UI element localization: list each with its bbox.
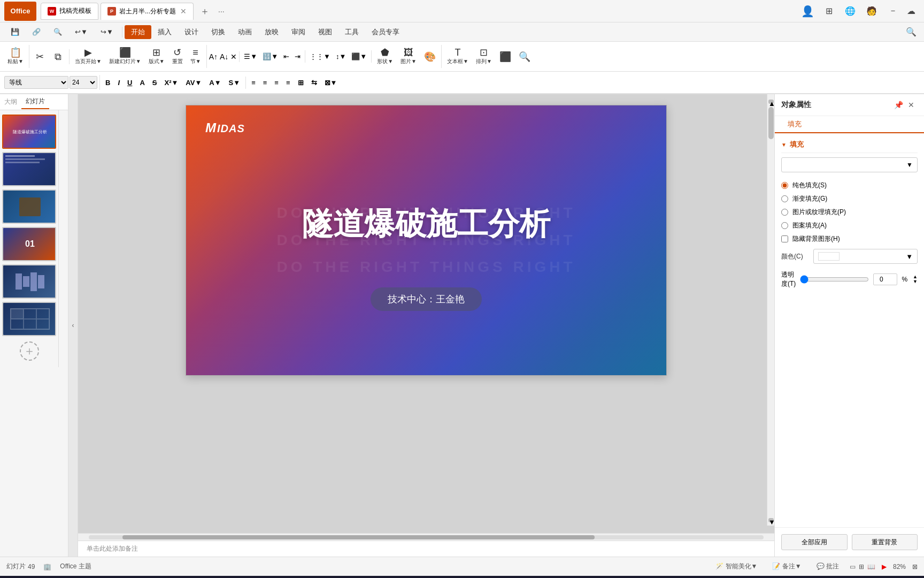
new-slide-button[interactable]: ⬛ 新建幻灯片▼ bbox=[106, 46, 144, 67]
bullet-list-icon[interactable]: ☰▼ bbox=[242, 51, 259, 62]
slide-thumb-1[interactable]: 隧道爆破施工分析 bbox=[2, 115, 56, 149]
text-dir-btn[interactable]: ⇆ bbox=[308, 78, 320, 88]
section-button[interactable]: ≡ 节▼ bbox=[187, 46, 204, 67]
more-tabs-button[interactable]: ··· bbox=[214, 5, 229, 18]
slide-main-title[interactable]: 隧道爆破施工分析 bbox=[302, 203, 550, 245]
decrease-font-icon[interactable]: A↓ bbox=[220, 52, 228, 61]
font-size-select[interactable]: 24 18 36 48 bbox=[70, 76, 97, 89]
select-button[interactable]: ⬛ bbox=[496, 50, 514, 63]
reset-bg-button[interactable]: 重置背景 bbox=[852, 534, 918, 550]
align-center-btn[interactable]: ≡ bbox=[260, 78, 271, 88]
reset-button[interactable]: ↺ 重置 bbox=[169, 46, 186, 67]
italic-button[interactable]: I bbox=[114, 78, 123, 88]
shadow-button[interactable]: S▼ bbox=[226, 78, 244, 88]
indent-icon[interactable]: ⬛▼ bbox=[349, 51, 369, 62]
cut-button[interactable]: ✂ bbox=[32, 50, 49, 63]
underline-button[interactable]: U bbox=[124, 78, 135, 88]
pin-button[interactable]: 📌 bbox=[892, 98, 905, 111]
image-button[interactable]: 🖼 图片▼ bbox=[397, 46, 420, 67]
menu-insert[interactable]: 插入 bbox=[151, 25, 178, 39]
notes-button[interactable]: 📝 备注▼ bbox=[768, 561, 805, 572]
opacity-input[interactable] bbox=[873, 273, 897, 285]
char-spacing-button[interactable]: AV▼ bbox=[182, 78, 205, 88]
justify-btn[interactable]: ≡ bbox=[283, 78, 294, 88]
col-btn[interactable]: ⊞ bbox=[295, 78, 307, 88]
slide-thumb-5[interactable] bbox=[2, 264, 56, 299]
minimize-button[interactable]: － bbox=[884, 4, 902, 19]
gradient-fill-option[interactable]: 渐变填充(G) bbox=[781, 194, 918, 203]
slides-tab[interactable]: 幻灯片 bbox=[21, 95, 49, 109]
find-button[interactable]: 🔍 bbox=[515, 50, 534, 63]
close-tab-icon[interactable]: ✕ bbox=[180, 7, 187, 16]
strikethrough-button[interactable]: S bbox=[149, 78, 160, 88]
font-color-button[interactable]: A bbox=[136, 78, 148, 88]
picture-fill-option[interactable]: 图片或纹理填充(P) bbox=[781, 208, 918, 217]
record-button[interactable]: ▶ bbox=[882, 563, 887, 571]
menu-home[interactable]: 开始 bbox=[125, 25, 151, 39]
quick-link[interactable]: 🔗 bbox=[26, 26, 47, 38]
clear-format-icon[interactable]: ✕ bbox=[230, 52, 237, 61]
normal-view-button[interactable]: ▭ bbox=[850, 563, 856, 571]
add-tab-button[interactable]: ＋ bbox=[196, 3, 214, 20]
hscroll-bar[interactable] bbox=[78, 533, 774, 541]
profile-icon[interactable]: 🧑 bbox=[863, 4, 880, 19]
collapse-panel-button[interactable]: ‹ bbox=[68, 94, 78, 557]
search-button[interactable]: 🔍 bbox=[903, 25, 920, 40]
opacity-slider[interactable] bbox=[800, 275, 869, 284]
increase-font-icon[interactable]: A↑ bbox=[209, 52, 218, 61]
smart-art-btn[interactable]: ⊠▼ bbox=[321, 78, 341, 88]
menu-slideshow[interactable]: 放映 bbox=[258, 25, 285, 39]
vscroll-down-arrow[interactable]: ▼ bbox=[768, 518, 774, 522]
quick-redo[interactable]: ↪▼ bbox=[94, 26, 120, 38]
solid-fill-radio[interactable] bbox=[781, 182, 788, 189]
comments-button[interactable]: 💬 批注 bbox=[812, 561, 843, 572]
add-slide-button[interactable]: ＋ bbox=[20, 341, 39, 361]
vscroll-bar[interactable]: ▲ ▼ bbox=[767, 94, 774, 526]
menu-design[interactable]: 设计 bbox=[178, 25, 205, 39]
layout-button[interactable]: ⊞ 版式▼ bbox=[145, 46, 168, 67]
ai-beauty-button[interactable]: 🪄 智能美化▼ bbox=[711, 561, 761, 572]
browser-icon[interactable]: 🌐 bbox=[842, 4, 859, 19]
menu-review[interactable]: 审阅 bbox=[285, 25, 312, 39]
menu-vip[interactable]: 会员专享 bbox=[365, 25, 406, 39]
slide-thumb-4[interactable]: 01 bbox=[2, 227, 56, 261]
align-left-btn[interactable]: ≡ bbox=[248, 78, 259, 88]
color-picker[interactable]: ▼ bbox=[813, 249, 918, 264]
copy-button[interactable]: ⧉ bbox=[50, 50, 67, 63]
hide-bg-option[interactable]: 隐藏背景图形(H) bbox=[781, 234, 918, 244]
fill-tab[interactable]: 填充 bbox=[781, 116, 808, 133]
num-list-icon[interactable]: 🔢▼ bbox=[260, 51, 280, 62]
picture-fill-radio[interactable] bbox=[781, 209, 788, 216]
user-icon[interactable]: 👤 bbox=[799, 4, 816, 19]
quick-save[interactable]: 💾 bbox=[4, 26, 26, 38]
menu-view[interactable]: 视图 bbox=[312, 25, 338, 39]
quick-zoom[interactable]: 🔍 bbox=[47, 26, 68, 38]
text-box-button[interactable]: T 文本框▼ bbox=[444, 46, 472, 67]
paste-button[interactable]: 📋 粘贴▼ bbox=[4, 46, 27, 67]
color-fill-button[interactable]: 🎨 bbox=[421, 50, 439, 63]
superscript-button[interactable]: X²▼ bbox=[161, 78, 181, 88]
line-spacing-icon[interactable]: ↕▼ bbox=[334, 51, 348, 62]
tab-ppt[interactable]: P 岩土月半...分析专题 ✕ bbox=[101, 3, 194, 20]
reading-view-button[interactable]: 📖 bbox=[867, 563, 875, 571]
notes-area[interactable]: 单击此处添加备注 bbox=[78, 541, 774, 557]
vscroll-up-arrow[interactable]: ▲ bbox=[768, 100, 774, 104]
bold-button[interactable]: B bbox=[102, 78, 113, 88]
grid-view-button[interactable]: ⊞ bbox=[859, 563, 864, 571]
pattern-fill-radio[interactable] bbox=[781, 222, 788, 229]
align-left-icon[interactable]: ⇤ bbox=[281, 51, 291, 62]
slide-thumb-2[interactable] bbox=[2, 152, 56, 186]
tab-wps[interactable]: W 找稿壳模板 bbox=[41, 3, 98, 20]
menu-tools[interactable]: 工具 bbox=[338, 25, 365, 39]
slide-thumb-3[interactable] bbox=[2, 189, 56, 224]
layout-icon[interactable]: ⊞ bbox=[820, 4, 837, 19]
outline-tab[interactable]: 大纲 bbox=[0, 95, 21, 109]
gradient-fill-radio[interactable] bbox=[781, 195, 788, 202]
pattern-fill-option[interactable]: 图案填充(A) bbox=[781, 221, 918, 230]
slide-subtitle[interactable]: 技术中心：王金艳 bbox=[371, 287, 482, 311]
hscroll-thumb[interactable] bbox=[122, 535, 595, 539]
menu-transitions[interactable]: 切换 bbox=[205, 25, 232, 39]
quick-undo[interactable]: ↩▼ bbox=[68, 26, 94, 38]
hide-bg-checkbox[interactable] bbox=[781, 235, 788, 242]
fill-type-dropdown[interactable]: ▼ bbox=[781, 157, 918, 172]
